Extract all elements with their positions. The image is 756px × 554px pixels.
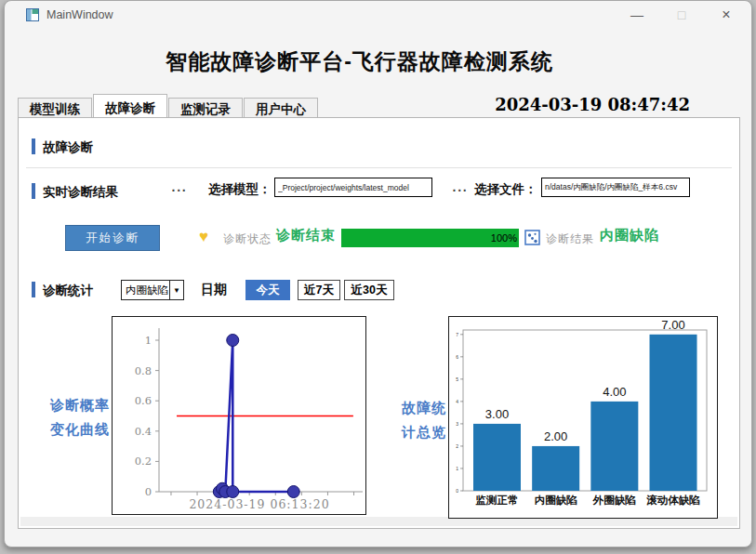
stats-accent-bar bbox=[32, 282, 35, 297]
progress-bar: 100% bbox=[341, 229, 519, 247]
window-title: MainWindow bbox=[46, 8, 113, 21]
tab-model-training[interactable]: 模型训练 bbox=[18, 98, 92, 117]
date-button-7days[interactable]: 近7天 bbox=[298, 280, 340, 300]
svg-text:1: 1 bbox=[145, 334, 152, 347]
file-label: 选择文件： bbox=[474, 181, 537, 198]
bar-chart-caption-line2: 计总览 bbox=[398, 420, 450, 444]
stats-title: 诊断统计 bbox=[43, 283, 93, 299]
svg-text:4.00: 4.00 bbox=[603, 385, 626, 399]
main-window: MainWindow — □ × 智能故障诊断平台-飞行器故障检测系统 模型训练… bbox=[4, 0, 752, 547]
status-value: 诊断结束 bbox=[276, 227, 336, 244]
heart-icon: ♥ bbox=[199, 228, 208, 246]
section-accent-bar bbox=[32, 138, 35, 154]
svg-text:4: 4 bbox=[456, 399, 458, 404]
probability-line-chart: 00.20.40.60.812024-03-19 06:13:20 bbox=[112, 316, 366, 515]
svg-text:滚动体缺陷: 滚动体缺陷 bbox=[645, 494, 700, 506]
line-chart-caption-line1: 诊断概率 bbox=[41, 393, 119, 417]
svg-text:内圈缺陷: 内圈缺陷 bbox=[535, 495, 577, 506]
maximize-icon[interactable]: □ bbox=[667, 5, 696, 25]
result-label: 诊断结果 bbox=[546, 231, 594, 247]
bar-chart-canvas: 012345673.00监测正常2.00内圈缺陷4.00外圈缺陷7.00滚动体缺… bbox=[449, 317, 717, 518]
app-icon bbox=[26, 8, 39, 21]
line-chart-caption: 诊断概率 变化曲线 bbox=[41, 393, 119, 442]
tab-bar: 模型训练故障诊断监测记录用户中心 bbox=[18, 94, 319, 118]
line-chart-canvas: 00.20.40.60.812024-03-19 06:13:20 bbox=[113, 317, 365, 514]
svg-text:3: 3 bbox=[456, 421, 458, 427]
model-path-input[interactable] bbox=[274, 178, 432, 197]
svg-text:0.8: 0.8 bbox=[135, 364, 152, 377]
svg-text:外圈缺陷: 外圈缺陷 bbox=[592, 495, 636, 506]
result-scatter-icon bbox=[524, 230, 540, 245]
svg-text:2.00: 2.00 bbox=[544, 429, 567, 443]
svg-text:7.00: 7.00 bbox=[661, 318, 684, 332]
svg-text:2024-03-19 06:13:20: 2024-03-19 06:13:20 bbox=[189, 497, 329, 511]
chevron-down-icon[interactable]: ▼ bbox=[169, 281, 183, 299]
status-label: 诊断状态 bbox=[223, 231, 272, 247]
start-diagnosis-button[interactable]: 开始诊断 bbox=[65, 225, 160, 251]
fault-type-select[interactable]: 内圈缺陷 ▼ bbox=[121, 280, 184, 300]
tab-user-center[interactable]: 用户中心 bbox=[244, 98, 318, 117]
svg-text:0: 0 bbox=[456, 488, 458, 494]
svg-text:1: 1 bbox=[456, 466, 458, 471]
svg-text:3.00: 3.00 bbox=[485, 407, 509, 421]
close-icon[interactable]: × bbox=[711, 5, 741, 25]
section-divider bbox=[26, 167, 732, 168]
minimize-icon[interactable]: — bbox=[622, 5, 652, 25]
section-title: 故障诊断 bbox=[43, 139, 93, 156]
date-button-today[interactable]: 今天 bbox=[245, 280, 290, 300]
date-button-30days[interactable]: 近30天 bbox=[344, 280, 394, 300]
svg-text:0.4: 0.4 bbox=[135, 425, 152, 438]
svg-text:6: 6 bbox=[456, 354, 458, 360]
page-title: 智能故障诊断平台-飞行器故障检测系统 bbox=[5, 47, 714, 76]
realtime-accent-bar bbox=[32, 183, 35, 199]
fault-count-bar-chart: 012345673.00监测正常2.00内圈缺陷4.00外圈缺陷7.00滚动体缺… bbox=[448, 316, 718, 519]
svg-text:2: 2 bbox=[456, 443, 458, 449]
svg-text:0.2: 0.2 bbox=[135, 455, 152, 468]
svg-text:0.6: 0.6 bbox=[135, 394, 152, 407]
tab-monitor-records[interactable]: 监测记录 bbox=[168, 98, 243, 117]
svg-text:7: 7 bbox=[456, 332, 458, 337]
date-label: 日期 bbox=[201, 282, 227, 298]
svg-text:0: 0 bbox=[145, 485, 152, 498]
fault-type-selected: 内圈缺陷 bbox=[122, 284, 169, 297]
browse-model-button[interactable]: ··· bbox=[167, 181, 192, 200]
model-label: 选择模型： bbox=[208, 181, 272, 198]
title-bar: MainWindow — □ × bbox=[5, 1, 751, 29]
browse-file-button[interactable]: ··· bbox=[448, 181, 472, 200]
bar-chart-caption: 故障统 计总览 bbox=[398, 396, 450, 444]
line-chart-caption-line2: 变化曲线 bbox=[41, 417, 119, 442]
svg-text:监测正常: 监测正常 bbox=[476, 495, 519, 506]
progress-percent: 100% bbox=[341, 229, 519, 247]
fault-diagnosis-panel: 故障诊断 实时诊断结果 ··· 选择模型： ··· 选择文件： 开始诊断 ♥ 诊… bbox=[18, 117, 740, 529]
realtime-title: 实时诊断结果 bbox=[43, 184, 118, 201]
file-path-input[interactable] bbox=[541, 178, 690, 197]
bar-chart-caption-line1: 故障统 bbox=[398, 396, 450, 420]
tab-fault-diagnosis[interactable]: 故障诊断 bbox=[93, 94, 167, 117]
result-value: 内圈缺陷 bbox=[600, 227, 659, 244]
current-datetime: 2024-03-19 08:47:42 bbox=[495, 95, 690, 114]
svg-text:5: 5 bbox=[456, 376, 458, 382]
